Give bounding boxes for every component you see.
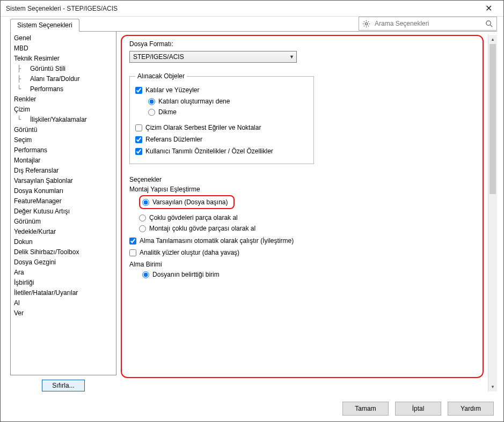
sidebar-item[interactable]: Montajlar bbox=[11, 156, 116, 166]
sidebar-item[interactable]: İletiler/Hatalar/Uyarılar bbox=[11, 288, 116, 298]
help-button[interactable]: Yardım bbox=[448, 402, 494, 416]
sidebar-item[interactable]: Dokun bbox=[11, 237, 116, 247]
sidebar-item[interactable]: Renkler bbox=[11, 94, 116, 105]
nav-tree[interactable]: Genel MBD Teknik Resimler ├ Görüntü Stil… bbox=[10, 32, 116, 375]
import-unit-label: Alma Birimi bbox=[129, 261, 475, 268]
scrollbar[interactable]: ▲ ▼ bbox=[488, 35, 497, 391]
tab-divider bbox=[10, 31, 497, 32]
titlebar: Sistem Seçenekleri - STEP/IGES/ACIS ✕ bbox=[1, 1, 503, 17]
top-row: Sistem Seçenekleri bbox=[1, 17, 503, 32]
search-icon bbox=[485, 20, 493, 28]
chk-analytic-surfaces[interactable]: Analitik yüzler oluştur (daha yavaş) bbox=[129, 247, 475, 258]
search-box[interactable] bbox=[359, 17, 497, 31]
sidebar-item[interactable]: ├ Görüntü Stili bbox=[11, 64, 116, 74]
sidebar-item[interactable]: Değer Kutusu Artışı bbox=[11, 206, 116, 217]
file-format-label: Dosya Formatı: bbox=[129, 40, 475, 48]
sidebar-item[interactable]: Seçim bbox=[11, 135, 116, 145]
rad-default-per-file[interactable]: Varsayılan (Dosya başına) bbox=[139, 195, 235, 209]
sidebar-item[interactable]: Al bbox=[11, 298, 116, 308]
scroll-up-icon[interactable]: ▲ bbox=[488, 35, 497, 44]
svg-point-0 bbox=[365, 23, 367, 25]
sidebar-item[interactable]: Ver bbox=[11, 308, 116, 319]
sidebar-item[interactable]: Genel bbox=[11, 33, 116, 43]
sidebar-item[interactable]: Dosya Konumları bbox=[11, 186, 116, 196]
search-input[interactable] bbox=[374, 19, 482, 28]
cancel-button[interactable]: İptal bbox=[395, 402, 441, 416]
options-section-label: Seçenekler bbox=[129, 176, 475, 183]
scroll-thumb[interactable] bbox=[490, 44, 496, 194]
reset-button[interactable]: Sıfırla... bbox=[42, 380, 84, 391]
sidebar-item[interactable]: FeatureManager bbox=[11, 196, 116, 206]
chk-user-attributes[interactable]: Kullanıcı Tanımlı Öznitelikler / Özel Öz… bbox=[135, 145, 308, 157]
sidebar-item[interactable]: └ Performans bbox=[11, 84, 116, 94]
rad-try-form-solids[interactable]: Katıları oluşturmayı dene bbox=[135, 96, 308, 107]
group-legend: Alınacak Objeler bbox=[135, 72, 187, 80]
sidebar-item[interactable]: ├ Alanı Tara/Doldur bbox=[11, 74, 116, 84]
footer: Tamam İptal Yardım bbox=[1, 396, 503, 421]
sidebar-item[interactable]: Görünüm bbox=[11, 217, 116, 227]
sidebar-item[interactable]: Dış Referanslar bbox=[11, 166, 116, 176]
sidebar-item[interactable]: Yedekle/Kurtar bbox=[11, 227, 116, 237]
gear-icon bbox=[362, 20, 370, 28]
window-title: Sistem Seçenekleri - STEP/IGES/ACIS bbox=[6, 5, 478, 12]
highlighted-region: Dosya Formatı: STEP/IGES/ACIS ▼ Alınacak… bbox=[121, 35, 484, 378]
ok-button[interactable]: Tamam bbox=[342, 402, 389, 416]
tab-system-options[interactable]: Sistem Seçenekleri bbox=[10, 19, 79, 32]
rad-file-specified-unit[interactable]: Dosyanın belirttiği birim bbox=[129, 269, 475, 280]
assembly-mapping-label: Montaj Yapısı Eşleştirme bbox=[129, 186, 475, 193]
chk-solids-surfaces[interactable]: Katılar ve Yüzeyler bbox=[135, 84, 308, 96]
sidebar-item[interactable]: Performans bbox=[11, 145, 116, 156]
chk-free-curves[interactable]: Çizim Olarak Serbest Eğriler ve Noktalar bbox=[135, 122, 308, 134]
sidebar-item[interactable]: Varsayılan Şablonlar bbox=[11, 176, 116, 186]
sidebar-item[interactable]: Ara bbox=[11, 268, 116, 278]
chk-auto-import-diagnostics[interactable]: Alma Tanılamasını otomatik olarak çalışt… bbox=[129, 235, 475, 247]
sidebar-item[interactable]: Çizim bbox=[11, 105, 116, 115]
chk-reference-planes[interactable]: Referans Düzlemler bbox=[135, 134, 308, 145]
file-format-select[interactable]: STEP/IGES/ACIS ▼ bbox=[129, 51, 297, 63]
close-button[interactable]: ✕ bbox=[478, 1, 499, 17]
tabstrip: Sistem Seçenekleri bbox=[10, 19, 79, 32]
sidebar-item[interactable]: MBD bbox=[11, 43, 116, 54]
file-format-value: STEP/IGES/ACIS bbox=[133, 53, 184, 61]
sidebar-item[interactable]: Teknik Resimler bbox=[11, 54, 116, 64]
sidebar-item[interactable]: └ İlişkiler/Yakalamalar bbox=[11, 115, 116, 125]
sidebar-item[interactable]: Delik Sihirbazı/Toolbox bbox=[11, 247, 116, 257]
sidebar-item[interactable]: Görüntü bbox=[11, 125, 116, 135]
import-objects-group: Alınacak Objeler Katılar ve Yüzeyler Kat… bbox=[129, 72, 314, 164]
sidebar-item[interactable]: İşbirliği bbox=[11, 278, 116, 288]
scroll-down-icon[interactable]: ▼ bbox=[488, 382, 497, 391]
rad-assembly-as-multibody[interactable]: Montajı çoklu gövde parçası olarak al bbox=[139, 223, 475, 234]
svg-point-1 bbox=[486, 20, 491, 25]
sidebar-item[interactable]: Dosya Gezgini bbox=[11, 257, 116, 268]
rad-dikme[interactable]: Dikme bbox=[135, 107, 308, 117]
chevron-down-icon: ▼ bbox=[289, 54, 294, 60]
rad-multibody-as-part[interactable]: Çoklu gövdeleri parça olarak al bbox=[139, 212, 475, 223]
